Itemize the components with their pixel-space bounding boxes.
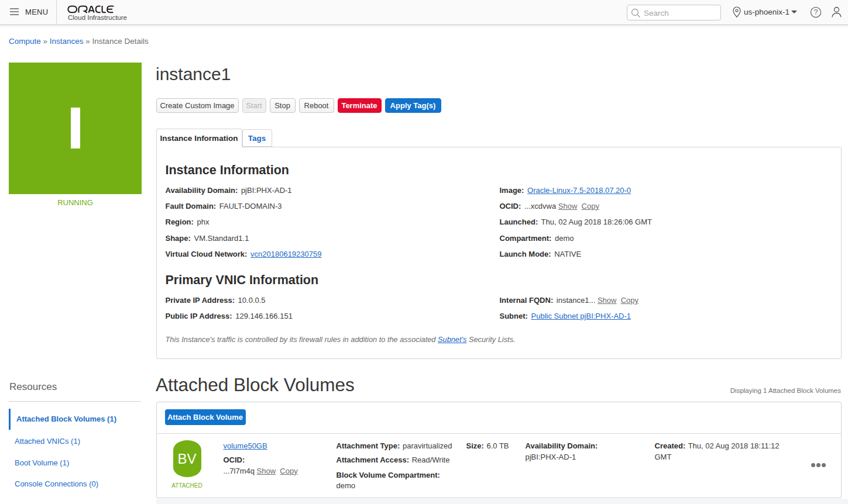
svg-text:?: ?	[814, 8, 818, 16]
